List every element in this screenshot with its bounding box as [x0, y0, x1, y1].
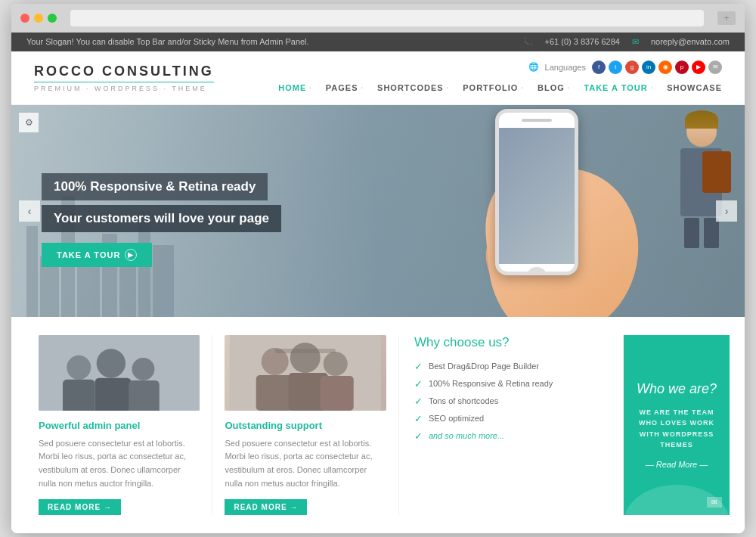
why-title: Why choose us? — [414, 335, 608, 350]
check-icon-4: ✓ — [414, 413, 423, 424]
social-icons-bar: f t g in ◉ p ▶ ✉ — [592, 61, 722, 74]
check-icon-5: ✓ — [414, 430, 423, 442]
nav-shortcodes[interactable]: SHORTCODES — [377, 80, 449, 95]
hero-prev-button[interactable]: ‹ — [19, 200, 40, 222]
check-icon-2: ✓ — [414, 378, 423, 390]
top-bar-right: 📞 +61 (0) 3 8376 6284 ✉ noreply@envato.c… — [522, 37, 730, 47]
why-item-3: ✓ Tons of shortcodes — [414, 396, 608, 407]
browser-maximize-dot[interactable] — [48, 14, 57, 23]
admin-panel-text: Sed posuere consectetur est at lobortis.… — [39, 437, 200, 490]
check-icon-1: ✓ — [414, 361, 423, 372]
backpacker-person — [680, 116, 722, 248]
svg-point-1 — [70, 352, 94, 376]
who-text: WE ARE THE TEAM WHO LOVES WORK WITH WORD… — [636, 407, 717, 451]
address-bar[interactable] — [70, 10, 704, 26]
svg-rect-4 — [65, 376, 98, 411]
browser-minimize-dot[interactable] — [34, 14, 43, 23]
hero-cta-button[interactable]: TAKE A TOUR ▶ — [42, 243, 152, 267]
browser-close-dot[interactable] — [20, 14, 29, 23]
hero-cta-arrow-icon: ▶ — [125, 249, 137, 261]
admin-panel-image — [39, 335, 200, 411]
bottom-section: Powerful admin panel Sed posuere consect… — [11, 317, 745, 533]
svg-rect-15 — [275, 349, 336, 353]
building-1 — [26, 226, 38, 317]
decorative-leaf — [624, 477, 730, 515]
person-hat — [685, 110, 718, 129]
browser-chrome: + — [11, 4, 745, 33]
why-item-4-text: SEO optimized — [429, 414, 484, 423]
twitter-icon[interactable]: t — [609, 61, 622, 74]
phone-speaker — [522, 119, 552, 122]
features-section: Powerful admin panel Sed posuere consect… — [11, 317, 745, 533]
admin-panel-title: Powerful admin panel — [39, 420, 200, 431]
phone-and-hands — [450, 105, 646, 317]
support-link[interactable]: READ MORE → — [225, 499, 307, 515]
rss-icon[interactable]: ◉ — [658, 61, 672, 74]
leg-right — [704, 218, 719, 248]
admin-panel-link[interactable]: READ MORE → — [39, 499, 121, 515]
nav-home[interactable]: HOME — [278, 80, 312, 95]
feature-support: Outstanding support Sed posuere consecte… — [212, 335, 398, 515]
svg-point-3 — [131, 354, 153, 377]
phone-icon: 📞 — [522, 37, 533, 47]
hero-next-button[interactable]: › — [716, 200, 737, 222]
logo-name: ROCCO CONSULTING — [34, 64, 214, 79]
why-item-4: ✓ SEO optimized — [414, 413, 608, 424]
browser-menu-icon[interactable]: + — [717, 11, 736, 25]
support-text: Sed posuere consectetur est at lobortis.… — [225, 437, 386, 490]
svg-point-10 — [290, 343, 321, 373]
hero-cta-label: TAKE A TOUR — [57, 250, 120, 259]
support-svg — [225, 335, 386, 411]
nav-showcase[interactable]: SHOWCASE — [667, 80, 722, 95]
svg-rect-0 — [44, 335, 195, 411]
nav-take-a-tour[interactable]: TAKE A TOUR — [584, 80, 653, 95]
youtube-icon[interactable]: ▶ — [692, 61, 705, 74]
why-item-1-text: Best Drag&Drop Page Builder — [429, 362, 539, 371]
top-bar: Your Slogan! You can disable Top Bar and… — [11, 33, 745, 51]
svg-rect-7 — [67, 367, 127, 371]
header-top-right: 🌐 Languages f t g in ◉ p ▶ ✉ — [528, 61, 722, 74]
phone-home-button — [526, 267, 547, 275]
hero-headline-1: 100% Responsive & Retina ready — [42, 173, 268, 200]
globe-icon: 🌐 — [528, 62, 539, 72]
facebook-icon[interactable]: f — [592, 61, 606, 74]
logo-area[interactable]: ROCCO CONSULTING PREMIUM · WORDPRESS · T… — [34, 64, 214, 92]
nav-pages[interactable]: PAGES — [326, 80, 364, 95]
admin-panel-svg — [39, 335, 200, 411]
nav-blog[interactable]: BLOG — [538, 80, 570, 95]
why-choose-us-section: Why choose us? ✓ Best Drag&Drop Page Bui… — [399, 335, 624, 515]
check-icon-3: ✓ — [414, 396, 423, 407]
envelope-icon[interactable]: ✉ — [707, 497, 722, 508]
hero-section: ⚙ 100% Responsive & Retina ready Your cu… — [11, 105, 745, 317]
languages-label[interactable]: Languages — [545, 63, 586, 72]
nav-portfolio[interactable]: PORTFOLIO — [463, 80, 524, 95]
why-item-1: ✓ Best Drag&Drop Page Builder — [414, 361, 608, 372]
leg-left — [684, 218, 699, 248]
linkedin-icon[interactable]: in — [642, 61, 655, 74]
logo-tagline: PREMIUM · WORDPRESS · THEME — [34, 82, 214, 92]
hero-settings-icon[interactable]: ⚙ — [19, 113, 39, 132]
why-item-3-text: Tons of shortcodes — [429, 396, 498, 405]
svg-point-2 — [98, 346, 126, 374]
hero-text-block: 100% Responsive & Retina ready Your cust… — [42, 173, 281, 267]
feature-admin-panel: Powerful admin panel Sed posuere consect… — [26, 335, 212, 515]
hero-headline-2: Your customers will love your page — [42, 205, 281, 232]
why-item-5-text: and so much more... — [429, 431, 504, 440]
why-item-2-text: 100% Responsive & Retina ready — [429, 379, 553, 388]
svg-rect-6 — [129, 377, 159, 411]
site-header: ROCCO CONSULTING PREMIUM · WORDPRESS · T… — [11, 51, 745, 105]
phone-mockup — [495, 109, 578, 275]
email-address: noreply@envato.com — [651, 37, 730, 46]
leaf-svg — [624, 477, 730, 515]
mail-icon[interactable]: ✉ — [708, 61, 722, 74]
why-item-5: ✓ and so much more... — [414, 430, 608, 442]
pinterest-icon[interactable]: p — [675, 61, 689, 74]
who-title: Who we are? — [637, 381, 717, 398]
who-read-more-link[interactable]: — Read More — — [646, 460, 708, 469]
phone-number: +61 (0) 3 8376 6284 — [545, 37, 620, 46]
svg-rect-14 — [321, 376, 354, 411]
person-head — [686, 116, 717, 147]
svg-rect-12 — [256, 375, 294, 411]
svg-point-11 — [324, 352, 348, 376]
googleplus-icon[interactable]: g — [625, 61, 639, 74]
